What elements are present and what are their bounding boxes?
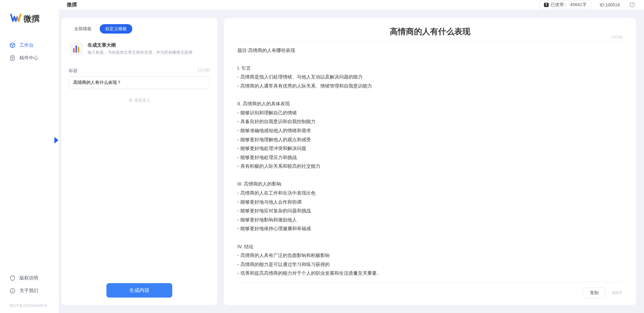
title-input[interactable] — [69, 76, 210, 89]
generate-button[interactable]: 生成内容 — [106, 283, 172, 298]
user-id: ID:100519 — [600, 2, 620, 7]
input-panel: 全部模板 自定义模板 生成文章大纲 输入标题，为你提供文章主体的灵感，并为其创建… — [61, 18, 217, 305]
topbar: 微撰 T 已使用： 45641字 ID:100519 — [59, 0, 644, 10]
document-icon — [9, 55, 15, 61]
svg-rect-3 — [130, 99, 131, 101]
voice-hint-label: 语音录入 — [134, 98, 150, 103]
workspace: 全部模板 自定义模板 生成文章大纲 输入标题，为你提供文章主体的灵感，并为其创建… — [59, 10, 644, 313]
text-badge-icon: T — [544, 3, 549, 7]
template-title: 生成文章大纲 — [88, 42, 192, 48]
sidebar-item-copyright[interactable]: 版权说明 — [7, 272, 52, 284]
usage-value: 45641字 — [570, 2, 587, 8]
sidebar: 微撰 工作台 稿件中心 版权说明 — [0, 0, 59, 313]
sidebar-item-drafts[interactable]: 稿件中心 — [7, 52, 52, 64]
info-icon — [9, 288, 15, 294]
template-card[interactable]: 生成文章大纲 输入标题，为你提供文章主体的灵感，并为其创建推文提纲 — [69, 40, 210, 62]
template-icon — [70, 42, 83, 56]
output-top-count: 10/100 — [611, 35, 623, 39]
template-tabs: 全部模板 自定义模板 — [69, 24, 210, 34]
output-heading-row: 高情商的人有什么表现 10/100 — [237, 26, 623, 42]
copy-button[interactable]: 复制 — [583, 288, 606, 298]
usage-prefix: 已使用： — [551, 2, 568, 8]
brand-logo[interactable]: 微撰 — [0, 12, 59, 39]
sidebar-item-label: 工作台 — [19, 42, 34, 48]
sidebar-item-label: 稿件中心 — [19, 55, 38, 61]
sidebar-item-label: 关于我们 — [19, 288, 38, 294]
bars-icon — [73, 45, 79, 53]
icp-text: 鄂ICP备2022016946号 — [0, 301, 59, 313]
collapse-handle-icon[interactable] — [54, 137, 58, 144]
sidebar-item-about[interactable]: 关于我们 — [7, 284, 52, 297]
output-word-count: 404字 — [612, 290, 623, 296]
topbar-right: T 已使用： 45641字 ID:100519 — [540, 0, 636, 9]
sidebar-item-label: 版权说明 — [19, 275, 38, 281]
brand-name: 微撰 — [24, 13, 40, 24]
shield-icon — [9, 275, 15, 281]
output-panel: 高情商的人有什么表现 10/100 题目:高情商的人有哪些表现 I. 引言 - … — [224, 18, 636, 305]
tab-custom-templates[interactable]: 自定义模板 — [100, 24, 132, 34]
page-title: 微撰 — [67, 2, 77, 8]
sidebar-bottom: 版权说明 关于我们 — [0, 272, 59, 301]
microphone-icon — [128, 98, 133, 103]
tab-all-templates[interactable]: 全部模板 — [69, 24, 97, 34]
voice-input-button[interactable]: 语音录入 — [69, 98, 210, 103]
usage-indicator[interactable]: T 已使用： 45641字 — [540, 0, 591, 9]
power-button[interactable] — [629, 1, 636, 8]
output-footer: 复制 404字 — [237, 282, 623, 298]
sidebar-item-workbench[interactable]: 工作台 — [7, 39, 52, 52]
output-title: 高情商的人有什么表现 — [237, 26, 623, 37]
template-desc: 输入标题，为你提供文章主体的灵感，并为其创建推文提纲 — [88, 50, 192, 55]
field-char-count: 11/100 — [197, 68, 210, 74]
output-body: 题目:高情商的人有哪些表现 I. 引言 - 高情商是指人们处理情绪、与他人互动以… — [237, 46, 623, 278]
template-info: 生成文章大纲 输入标题，为你提供文章主体的灵感，并为其创建推文提纲 — [88, 42, 192, 56]
field-label: 标题 — [69, 68, 78, 74]
sidebar-nav: 工作台 稿件中心 — [0, 39, 59, 272]
main: 微撰 T 已使用： 45641字 ID:100519 全部 — [59, 0, 644, 313]
cube-icon — [9, 42, 15, 48]
title-field: 标题 11/100 — [69, 68, 210, 89]
logo-mark-icon — [10, 12, 21, 25]
